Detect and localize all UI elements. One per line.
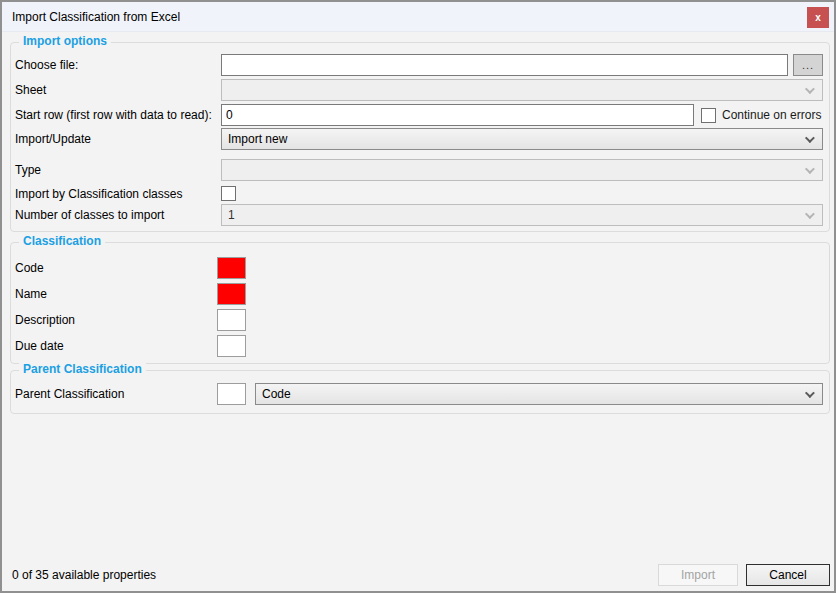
group-title-classification: Classification	[19, 234, 105, 248]
import-update-combobox[interactable]: Import new	[221, 128, 823, 150]
import-button[interactable]: Import	[658, 564, 738, 586]
start-row-label: Start row (first row with data to read):	[11, 108, 221, 122]
chevron-down-icon	[805, 388, 815, 398]
row-import-by-classes: Import by Classification classes	[11, 186, 829, 201]
group-classification: Classification Code Name Description Due…	[10, 242, 830, 364]
parent-classification-cell-input[interactable]	[217, 383, 246, 405]
cancel-button[interactable]: Cancel	[746, 564, 830, 586]
browse-button[interactable]: ...	[793, 54, 823, 76]
sheet-combobox[interactable]	[221, 79, 823, 101]
row-start-row: Start row (first row with data to read):…	[11, 104, 829, 126]
row-code: Code	[11, 257, 829, 279]
code-cell-input[interactable]	[217, 257, 246, 279]
number-of-classes-combobox[interactable]: 1	[221, 204, 823, 226]
chevron-down-icon	[805, 164, 815, 174]
parent-match-by-combobox[interactable]: Code	[255, 383, 823, 405]
type-label: Type	[11, 163, 221, 177]
row-description: Description	[11, 309, 829, 331]
choose-file-input[interactable]	[221, 54, 788, 76]
chevron-down-icon	[805, 209, 815, 219]
import-by-classes-checkbox[interactable]	[221, 186, 236, 201]
row-sheet: Sheet	[11, 79, 829, 101]
available-properties-status: 0 of 35 available properties	[12, 568, 156, 582]
sheet-label: Sheet	[11, 83, 221, 97]
group-parent-classification: Parent Classification Parent Classificat…	[10, 370, 830, 414]
row-type: Type	[11, 159, 829, 181]
row-number-of-classes: Number of classes to import 1	[11, 204, 829, 226]
parent-match-by-combobox-value: Code	[262, 387, 805, 401]
name-cell-input[interactable]	[217, 283, 246, 305]
name-label: Name	[11, 287, 221, 301]
row-parent-classification: Parent Classification Code	[11, 383, 829, 405]
row-due-date: Due date	[11, 335, 829, 357]
import-update-label: Import/Update	[11, 132, 221, 146]
choose-file-label: Choose file:	[11, 58, 221, 72]
row-choose-file: Choose file: ...	[11, 54, 829, 76]
start-row-input[interactable]	[221, 104, 694, 126]
row-name: Name	[11, 283, 829, 305]
continue-on-errors-checkbox[interactable]	[701, 108, 716, 123]
description-label: Description	[11, 313, 221, 327]
close-icon[interactable]: x	[807, 7, 829, 28]
parent-classification-label: Parent Classification	[11, 387, 221, 401]
number-of-classes-label: Number of classes to import	[11, 208, 221, 222]
import-by-classes-label: Import by Classification classes	[11, 187, 221, 201]
import-classification-dialog: Import Classification from Excel x Impor…	[0, 0, 836, 593]
continue-on-errors-label: Continue on errors	[722, 108, 821, 122]
description-cell-input[interactable]	[217, 309, 246, 331]
footer-buttons: Import Cancel	[658, 564, 830, 586]
number-of-classes-combobox-value: 1	[228, 208, 805, 222]
dialog-title: Import Classification from Excel	[12, 2, 180, 32]
due-date-cell-input[interactable]	[217, 335, 246, 357]
due-date-label: Due date	[11, 339, 221, 353]
row-import-update: Import/Update Import new	[11, 128, 829, 150]
import-update-combobox-value: Import new	[228, 132, 805, 146]
chevron-down-icon	[805, 84, 815, 94]
type-combobox[interactable]	[221, 159, 823, 181]
group-import-options: Import options Choose file: ... Sheet St…	[10, 42, 830, 232]
chevron-down-icon	[805, 133, 815, 143]
code-label: Code	[11, 261, 221, 275]
group-title-parent-classification: Parent Classification	[19, 362, 146, 376]
group-title-import-options: Import options	[19, 34, 111, 48]
title-bar: Import Classification from Excel x	[2, 2, 834, 32]
